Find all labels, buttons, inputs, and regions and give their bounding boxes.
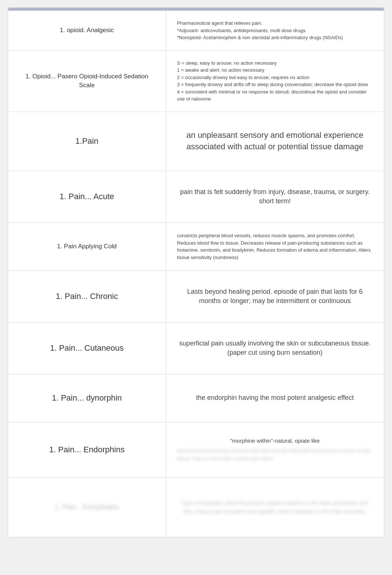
card-front[interactable]: 1. Opioid... Pasero Opioid-Induced Sedat… bbox=[8, 51, 166, 112]
back-text-blurred: Type of endorphin; when they bind to opi… bbox=[177, 499, 373, 516]
front-text: 1. Pain... Acute bbox=[59, 191, 114, 203]
front-text: 1.Pain bbox=[75, 136, 98, 147]
card-back: Pharmaceutical agent that relieves pain.… bbox=[166, 11, 384, 50]
flashcard-row: 1. Pain... Endorphins "morphine within"-… bbox=[8, 422, 384, 478]
front-text: 1. Pain... dynorphin bbox=[52, 392, 122, 404]
back-text-blurred: substances produced by the body that rai… bbox=[177, 447, 373, 463]
front-text: 1. Pain Applying Cold bbox=[57, 242, 117, 251]
flashcard-row: 1. Pain... Acute pain that is felt sudde… bbox=[8, 171, 384, 223]
card-front[interactable]: 1. Pain... Endorphins bbox=[8, 422, 166, 477]
card-back: constricts peripheral blood vessels, red… bbox=[166, 223, 384, 271]
back-text: S = sleep, easy to arouse; no action nec… bbox=[177, 59, 373, 103]
card-front[interactable]: 1.Pain bbox=[8, 112, 166, 171]
back-text: Lasts beyond healing period. episode of … bbox=[177, 287, 373, 306]
card-back: Type of endorphin; when they bind to opi… bbox=[166, 478, 384, 537]
front-text: 1. opioid. Analgesic bbox=[60, 26, 114, 35]
flashcard-row: 1. Pain... Cutaneous superficial pain us… bbox=[8, 323, 384, 374]
card-front[interactable]: 1. Pain... Chronic bbox=[8, 271, 166, 322]
card-front[interactable]: 1. Pain... Acute bbox=[8, 171, 166, 222]
front-text: 1. Pain... Chronic bbox=[56, 291, 118, 302]
card-front[interactable]: 1. Pain... dynorphin bbox=[8, 374, 166, 422]
front-text: 1. Opioid... Pasero Opioid-Induced Sedat… bbox=[19, 72, 155, 90]
back-text: an unpleasant sensory and emotional expe… bbox=[177, 130, 373, 153]
front-text: 1. Pain... Endorphins bbox=[49, 444, 124, 456]
card-back: superficial pain usually involving the s… bbox=[166, 323, 384, 374]
flashcard-row: 1. Pain... Enkephalins Type of endorphin… bbox=[8, 478, 384, 537]
card-back: Lasts beyond healing period. episode of … bbox=[166, 271, 384, 322]
card-back: the endorphin having the most potent ana… bbox=[166, 374, 384, 422]
card-back: "morphine within"-natural, opiate like s… bbox=[166, 422, 384, 477]
header-bar bbox=[8, 8, 384, 11]
flashcard-row: 1. opioid. Analgesic Pharmaceutical agen… bbox=[8, 11, 384, 51]
card-front[interactable]: 1. Pain... Cutaneous bbox=[8, 323, 166, 374]
flashcard-row: 1.Pain an unpleasant sensory and emotion… bbox=[8, 112, 384, 171]
card-front[interactable]: 1. Pain Applying Cold bbox=[8, 223, 166, 271]
flashcard-row: 1. Pain... dynorphin the endorphin havin… bbox=[8, 374, 384, 422]
back-text: pain that is felt suddenly from injury, … bbox=[177, 187, 373, 206]
front-text: 1. Pain... Cutaneous bbox=[50, 343, 124, 354]
card-back: S = sleep, easy to arouse; no action nec… bbox=[166, 51, 384, 112]
card-front[interactable]: 1. opioid. Analgesic bbox=[8, 11, 166, 50]
card-front[interactable]: 1. Pain... Enkephalins bbox=[8, 478, 166, 537]
back-text: constricts peripheral blood vessels, red… bbox=[177, 232, 373, 261]
flashcard-row: 1. Opioid... Pasero Opioid-Induced Sedat… bbox=[8, 51, 384, 112]
back-text: superficial pain usually involving the s… bbox=[177, 339, 373, 357]
flashcard-row: 1. Pain... Chronic Lasts beyond healing … bbox=[8, 271, 384, 323]
back-text: the endorphin having the most potent ana… bbox=[177, 393, 373, 402]
back-text: Pharmaceutical agent that relieves pain.… bbox=[177, 20, 343, 41]
flashcard-container: 1. opioid. Analgesic Pharmaceutical agen… bbox=[8, 7, 384, 537]
card-back: pain that is felt suddenly from injury, … bbox=[166, 171, 384, 222]
front-text-blurred: 1. Pain... Enkephalins bbox=[55, 503, 119, 512]
flashcard-row: 1. Pain Applying Cold constricts periphe… bbox=[8, 223, 384, 271]
back-text-partial: "morphine within"-natural, opiate like bbox=[230, 437, 320, 445]
card-back: an unpleasant sensory and emotional expe… bbox=[166, 112, 384, 171]
